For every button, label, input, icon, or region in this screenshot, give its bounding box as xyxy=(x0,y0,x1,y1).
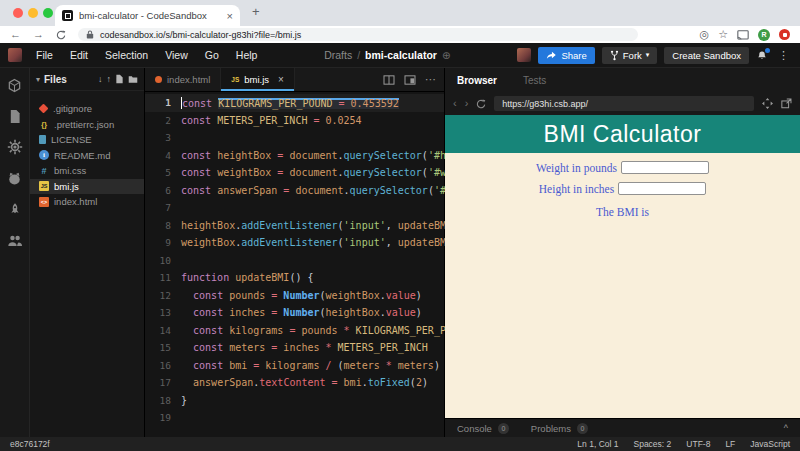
code-line-16[interactable]: 16 const bmi = kilograms / (meters * met… xyxy=(145,357,444,375)
file-item--gitignore[interactable]: .gitignore xyxy=(30,101,144,117)
preview-address-bar[interactable]: https://g83hi.csb.app/ xyxy=(494,96,754,111)
eol-type[interactable]: LF xyxy=(725,439,735,449)
create-sandbox-button[interactable]: Create Sandbox xyxy=(664,47,749,64)
code-line-2[interactable]: 2const METERS_PER_INCH = 0.0254 xyxy=(145,112,444,130)
minimize-window-button[interactable] xyxy=(28,8,38,18)
github-icon[interactable] xyxy=(6,169,24,187)
tab-bmi-js[interactable]: JS bmi.js × xyxy=(221,68,295,91)
preview-refresh-icon[interactable] xyxy=(476,99,486,109)
line-number: 9 xyxy=(145,237,171,248)
maximize-window-button[interactable] xyxy=(43,8,53,18)
problems-toggle[interactable]: Problems 0 xyxy=(531,423,588,434)
cursor-position[interactable]: Ln 1, Col 1 xyxy=(577,439,618,449)
code-line-7[interactable]: 7 xyxy=(145,199,444,217)
tab-browser[interactable]: Browser xyxy=(457,75,497,86)
height-input[interactable] xyxy=(618,182,706,195)
split-editor-icon[interactable] xyxy=(383,75,395,85)
preview-back-icon[interactable]: ‹ xyxy=(453,98,457,109)
file-item--prettierrc-json[interactable]: {}.prettierrc.json xyxy=(30,117,144,133)
code-line-11[interactable]: 11function updateBMI() { xyxy=(145,269,444,287)
code-line-6[interactable]: 6const answerSpan = document.querySelect… xyxy=(145,182,444,200)
notifications-bell-icon[interactable] xyxy=(756,49,768,62)
new-folder-icon[interactable] xyxy=(128,75,138,84)
code-line-14[interactable]: 14 const kilograms = pounds * KILOGRAMS_… xyxy=(145,322,444,340)
code-line-19[interactable]: 19 xyxy=(145,409,444,427)
menu-edit[interactable]: Edit xyxy=(70,49,88,61)
new-file-icon[interactable] xyxy=(115,74,124,84)
preview-forward-icon[interactable]: › xyxy=(465,98,469,109)
indentation[interactable]: Spaces: 2 xyxy=(633,439,671,449)
close-window-button[interactable] xyxy=(13,8,23,18)
file-item-license[interactable]: LICENSE xyxy=(30,132,144,148)
workspace-logo[interactable] xyxy=(8,48,22,62)
bookmark-star-icon[interactable]: ☆ xyxy=(718,29,728,40)
file-item-readme-md[interactable]: iREADME.md xyxy=(30,148,144,164)
browser-tab[interactable]: bmi-calculator - CodeSandbox × xyxy=(55,5,240,26)
close-tab-icon[interactable]: × xyxy=(278,74,284,85)
file-name: index.html xyxy=(54,196,97,207)
code-line-13[interactable]: 13 const inches = Number(heightBox.value… xyxy=(145,304,444,322)
code-area[interactable]: 1const KILOGRAMS_PER_POUND = 0.4535922co… xyxy=(145,92,444,427)
browser-back-icon[interactable]: ← xyxy=(10,29,21,40)
tab-tests[interactable]: Tests xyxy=(523,75,546,86)
open-in-new-window-icon[interactable] xyxy=(781,98,792,109)
open-preview-icon[interactable] xyxy=(404,75,416,85)
deployment-rocket-icon[interactable] xyxy=(6,200,24,218)
cast-icon[interactable] xyxy=(737,30,749,40)
new-tab-button[interactable]: + xyxy=(252,4,260,19)
more-options-icon[interactable]: ⋮ xyxy=(775,49,792,62)
menu-help[interactable]: Help xyxy=(236,49,258,61)
extension-icon[interactable] xyxy=(779,29,790,40)
code-line-17[interactable]: 17 answerSpan.textContent = bmi.toFixed(… xyxy=(145,374,444,392)
weight-input[interactable] xyxy=(621,161,709,174)
file-item-bmi-css[interactable]: #bmi.css xyxy=(30,163,144,179)
code-line-5[interactable]: 5const weightBox = document.querySelecto… xyxy=(145,164,444,182)
breadcrumb-drafts[interactable]: Drafts xyxy=(324,49,352,61)
breadcrumb[interactable]: Drafts / bmi-calculator ⊕ xyxy=(324,49,451,61)
code-line-15[interactable]: 15 const meters = inches * METERS_PER_IN… xyxy=(145,339,444,357)
chrome-profile-avatar[interactable]: R xyxy=(758,29,770,41)
privacy-icon[interactable]: ⊕ xyxy=(442,49,451,61)
code-line-1[interactable]: 1const KILOGRAMS_PER_POUND = 0.453592 xyxy=(145,94,444,112)
project-name[interactable]: bmi-calculator xyxy=(365,49,437,61)
file-item-index-html[interactable]: <>index.html xyxy=(30,194,144,210)
sync-icon[interactable]: ◎ xyxy=(700,29,710,40)
code-line-4[interactable]: 4const heightBox = document.querySelecto… xyxy=(145,147,444,165)
export-file-icon[interactable]: ↑ xyxy=(107,74,112,84)
file-item-bmi-js[interactable]: JSbmi.js xyxy=(30,179,144,195)
code-line-8[interactable]: 8heightBox.addEventListener('input', upd… xyxy=(145,217,444,235)
user-avatar[interactable] xyxy=(517,48,531,62)
project-info-cube-icon[interactable] xyxy=(6,76,24,94)
menu-selection[interactable]: Selection xyxy=(105,49,148,61)
live-collaboration-icon[interactable] xyxy=(6,231,24,249)
chevron-down-icon[interactable]: ▾ xyxy=(36,75,40,84)
fork-caret-icon[interactable]: ▾ xyxy=(646,51,650,59)
settings-gear-icon[interactable] xyxy=(6,138,24,156)
tab-index-html[interactable]: index.html xyxy=(145,68,221,91)
fork-button[interactable]: Fork ▾ xyxy=(602,47,658,64)
commit-hash[interactable]: e8c76172f xyxy=(10,439,50,449)
file-explorer-icon[interactable] xyxy=(6,107,24,125)
code-line-12[interactable]: 12 const pounds = Number(weightBox.value… xyxy=(145,287,444,305)
files-panel-header[interactable]: ▾ Files ↓ ↑ xyxy=(30,68,144,91)
editor-tab-actions: ⋯ xyxy=(383,68,444,91)
menu-file[interactable]: File xyxy=(36,49,53,61)
console-toggle[interactable]: Console 0 xyxy=(457,423,509,434)
menu-view[interactable]: View xyxy=(165,49,188,61)
encoding[interactable]: UTF-8 xyxy=(686,439,710,449)
editor-more-icon[interactable]: ⋯ xyxy=(425,73,436,86)
code-line-3[interactable]: 3 xyxy=(145,129,444,147)
code-line-9[interactable]: 9weightBox.addEventListener('input', upd… xyxy=(145,234,444,252)
import-file-icon[interactable]: ↓ xyxy=(98,74,103,84)
menu-go[interactable]: Go xyxy=(205,49,219,61)
code-line-18[interactable]: 18} xyxy=(145,392,444,410)
expand-console-icon[interactable]: ^ xyxy=(784,423,788,433)
share-button[interactable]: Share xyxy=(538,47,594,64)
browser-refresh-icon[interactable] xyxy=(56,30,66,40)
close-tab-icon[interactable]: × xyxy=(227,10,233,22)
responsive-mode-icon[interactable] xyxy=(762,98,773,109)
language-mode[interactable]: JavaScript xyxy=(750,439,790,449)
browser-forward-icon[interactable]: → xyxy=(33,29,44,40)
code-line-10[interactable]: 10 xyxy=(145,252,444,270)
address-bar[interactable]: codesandbox.io/s/bmi-calculator-g83hi?fi… xyxy=(78,28,638,41)
